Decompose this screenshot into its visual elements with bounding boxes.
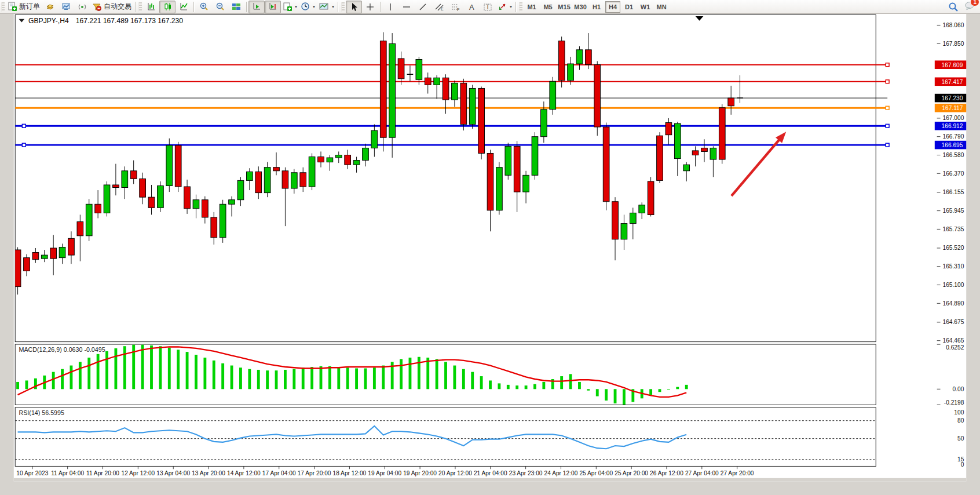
chevron-down-icon: ▾ [332, 4, 334, 9]
notification-count-badge: 1 [970, 0, 979, 6]
toolbar-separator [246, 2, 247, 12]
macd-indicator-label: MACD(12,26,9) 0.0630 -0.0495 [19, 346, 105, 353]
line-chart-icon [179, 2, 189, 12]
svg-text:167.850: 167.850 [943, 41, 964, 47]
timeframe-H1[interactable]: H1 [589, 1, 604, 13]
svg-text:13 Apr 04:00: 13 Apr 04:00 [156, 470, 190, 476]
svg-text:100: 100 [954, 409, 964, 416]
svg-text:10 Apr 2023: 10 Apr 2023 [16, 470, 48, 476]
svg-text:26 Apr 12:00: 26 Apr 12:00 [650, 470, 683, 476]
zoom-in-icon [199, 2, 209, 12]
cursor-icon [350, 2, 359, 12]
channel-button[interactable]: E [431, 1, 447, 13]
hline-icon [402, 2, 411, 12]
label-button[interactable]: T [480, 1, 496, 13]
fibonacci-button[interactable]: F [447, 1, 463, 13]
zoom-out-button[interactable] [212, 1, 228, 13]
hline-button[interactable] [398, 1, 415, 13]
signal-button[interactable] [74, 1, 90, 13]
svg-text:13 Apr 20:00: 13 Apr 20:00 [192, 470, 225, 476]
svg-text:168.060: 168.060 [943, 22, 964, 28]
svg-text:167.417: 167.417 [942, 79, 963, 85]
svg-text:25 Apr 04:00: 25 Apr 04:00 [579, 470, 613, 476]
periods-button[interactable]: ▾ [299, 1, 317, 13]
search-icon[interactable] [948, 2, 959, 12]
timeframe-D1[interactable]: D1 [621, 1, 637, 13]
new-chart-icon [283, 2, 292, 12]
svg-text:19 Apr 04:00: 19 Apr 04:00 [368, 470, 401, 476]
signal-icon [78, 2, 87, 12]
autoscroll-button[interactable] [248, 1, 265, 13]
toolbar-separator [380, 2, 381, 12]
toolbar-grip[interactable] [138, 2, 142, 12]
vline-button[interactable] [382, 1, 398, 13]
symbols-button[interactable] [42, 1, 58, 13]
svg-text:50: 50 [957, 435, 964, 442]
chevron-down-icon: ▾ [510, 4, 512, 9]
toolbar-grip[interactable] [341, 2, 345, 12]
vline-icon [386, 2, 394, 12]
timeframe-MN[interactable]: MN [654, 1, 669, 13]
text-button[interactable]: A [463, 1, 480, 13]
svg-text:F: F [457, 8, 459, 12]
svg-text:166.580: 166.580 [943, 152, 964, 158]
rsi-indicator-label: RSI(14) 56.5995 [19, 409, 64, 416]
templates-icon [319, 2, 330, 12]
bars-chart-button[interactable] [143, 1, 159, 13]
chart-shift-icon [268, 2, 278, 12]
toolbar-separator [338, 2, 338, 12]
fibonacci-icon: F [451, 2, 460, 12]
line-chart-button[interactable] [175, 1, 192, 13]
shapes-button[interactable]: ▾ [496, 1, 514, 13]
chart-shift-button[interactable] [265, 1, 281, 13]
templates-button[interactable]: ▾ [317, 1, 336, 13]
toolbar-grip[interactable] [519, 2, 522, 12]
chart-canvas[interactable]: 167.609167.417167.230167.117166.912166.6… [0, 14, 980, 495]
notifications-button[interactable]: 1 [964, 1, 975, 13]
svg-text:14 Apr 12:00: 14 Apr 12:00 [227, 470, 261, 476]
timeframe-M15[interactable]: M15 [557, 1, 572, 13]
cursor-button[interactable] [346, 1, 362, 13]
new-order-button[interactable]: 新订单 [6, 1, 42, 13]
svg-text:21 Apr 04:00: 21 Apr 04:00 [474, 470, 507, 476]
new-chart-button[interactable]: ▾ [281, 1, 299, 13]
svg-text:164.890: 164.890 [943, 300, 964, 307]
svg-text:0.00: 0.00 [953, 386, 964, 392]
svg-text:25 Apr 20:00: 25 Apr 20:00 [615, 470, 648, 476]
trendline-button[interactable] [415, 1, 431, 13]
new-order-icon [8, 2, 17, 12]
chart-title-ohlc: 167.221 167.489 167.173 167.230 [76, 17, 184, 25]
bars-chart-icon [147, 2, 156, 12]
svg-text:167.609: 167.609 [942, 62, 963, 68]
autoscroll-icon [252, 2, 262, 12]
svg-text:T: T [486, 4, 489, 10]
timeframe-M5[interactable]: M5 [540, 1, 555, 13]
chevron-down-icon: ▾ [313, 4, 315, 9]
svg-text:165.520: 165.520 [943, 245, 964, 251]
svg-text:164.465: 164.465 [943, 337, 964, 344]
tile-windows-button[interactable] [228, 1, 244, 13]
timeframe-H4[interactable]: H4 [605, 1, 620, 13]
tile-windows-icon [231, 2, 242, 12]
toolbar-grip[interactable] [1, 2, 5, 12]
svg-text:19 Apr 20:00: 19 Apr 20:00 [403, 470, 437, 476]
toolbar: 新订单 自动交易 [0, 0, 980, 14]
timeframe-W1[interactable]: W1 [638, 1, 653, 13]
crosshair-button[interactable] [362, 1, 378, 13]
timeframe-M30[interactable]: M30 [573, 1, 588, 13]
window-bottom-edge [14, 478, 966, 482]
market-watch-button[interactable] [58, 1, 74, 13]
market-watch-icon [61, 2, 71, 12]
svg-text:165.735: 165.735 [943, 226, 964, 232]
candles-chart-button[interactable] [159, 1, 175, 13]
svg-text:167.117: 167.117 [942, 105, 963, 111]
autotrade-icon [92, 2, 102, 12]
autotrade-button[interactable]: 自动交易 [90, 1, 133, 13]
zoom-in-button[interactable] [196, 1, 212, 13]
svg-text:166.370: 166.370 [943, 170, 964, 177]
svg-text:11 Apr 20:00: 11 Apr 20:00 [86, 470, 119, 476]
svg-text:165.945: 165.945 [943, 208, 964, 214]
svg-text:166.155: 166.155 [943, 189, 964, 195]
chevron-down-icon: ▾ [295, 4, 297, 9]
timeframe-M1[interactable]: M1 [524, 1, 539, 13]
